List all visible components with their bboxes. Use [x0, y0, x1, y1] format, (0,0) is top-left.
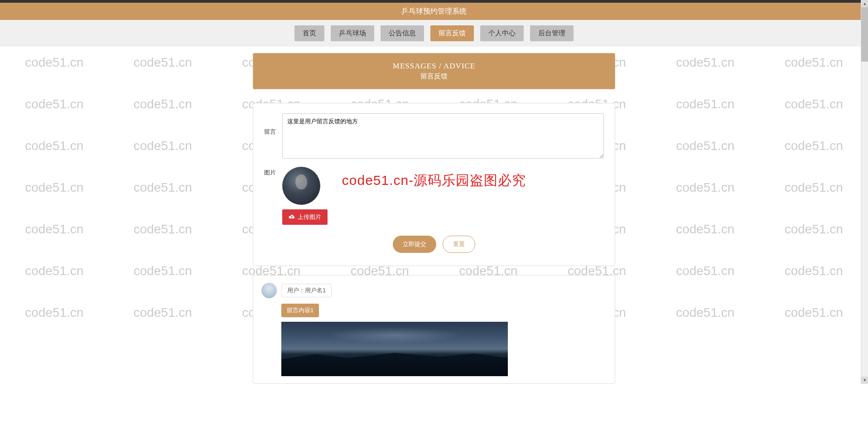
nav-bar: 首页 乒乓球场 公告信息 留言反馈 个人中心 后台管理: [0, 20, 868, 47]
upload-button[interactable]: 上传图片: [282, 209, 328, 225]
scrollbar-up-icon[interactable]: ▲: [861, 0, 868, 7]
image-preview: [282, 167, 320, 205]
cloud-upload-icon: [289, 214, 295, 221]
scrollbar-down-icon[interactable]: ▼: [861, 377, 868, 384]
nav-profile[interactable]: 个人中心: [480, 25, 524, 41]
image-label: 图片: [264, 167, 282, 225]
scrollbar-thumb[interactable]: [861, 7, 868, 62]
nav-notice[interactable]: 公告信息: [381, 25, 424, 41]
comment-header: 用户：用户名1: [261, 283, 607, 298]
comment-image: [281, 322, 508, 376]
button-row: 立即提交 重置: [264, 236, 604, 253]
banner-title-en: MESSAGES / ADVICE: [261, 62, 607, 71]
nav-feedback[interactable]: 留言反馈: [430, 25, 474, 41]
feedback-form: 留言 图片 上传图片 立即提交 重置: [253, 103, 615, 266]
comment-card: 用户：用户名1 留言内容1: [253, 275, 615, 384]
message-row: 留言: [264, 113, 604, 160]
nav-court[interactable]: 乒乓球场: [331, 25, 374, 41]
header: 乒乓球预约管理系统: [0, 3, 868, 20]
message-textarea[interactable]: [282, 113, 604, 159]
comment-username: 用户：用户名1: [281, 284, 332, 297]
message-label: 留言: [264, 113, 282, 160]
comment-content-tag: 留言内容1: [281, 304, 319, 317]
avatar: [261, 283, 277, 298]
page-title: 乒乓球预约管理系统: [401, 7, 467, 16]
banner-title-cn: 留言反馈: [261, 72, 607, 81]
nav-home[interactable]: 首页: [294, 25, 324, 41]
reset-button[interactable]: 重置: [443, 236, 475, 253]
submit-button[interactable]: 立即提交: [393, 236, 436, 253]
content: MESSAGES / ADVICE 留言反馈 留言 图片 上传图片 立: [253, 53, 615, 384]
page-banner: MESSAGES / ADVICE 留言反馈: [253, 53, 615, 89]
upload-label: 上传图片: [298, 213, 321, 221]
scrollbar[interactable]: ▲ ▼: [861, 0, 868, 384]
nav-admin[interactable]: 后台管理: [530, 25, 574, 41]
image-row: 图片 上传图片: [264, 167, 604, 225]
